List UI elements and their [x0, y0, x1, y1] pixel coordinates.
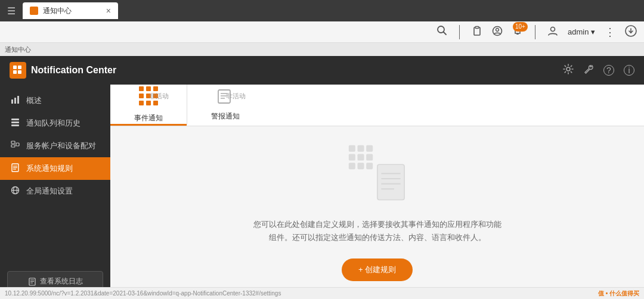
- svg-point-5: [496, 28, 499, 31]
- svg-rect-20: [11, 124, 19, 126]
- svg-line-1: [443, 32, 446, 35]
- app-logo-icon: [10, 62, 26, 79]
- svg-rect-17: [17, 96, 19, 104]
- tab-event-label: 事件通知: [134, 113, 163, 123]
- svg-rect-38: [139, 94, 144, 98]
- app-body: 概述 通知队列和历史 服务帐户和设备配对 系统通知规则: [0, 85, 644, 299]
- svg-rect-6: [516, 33, 519, 35]
- sidebar-item-label-rules: 系统通知规则: [26, 163, 73, 174]
- svg-rect-56: [366, 163, 373, 169]
- svg-rect-41: [139, 101, 144, 105]
- svg-rect-54: [348, 163, 355, 169]
- sidebar-item-label-global: 全局通知设置: [26, 186, 73, 197]
- gear-icon[interactable]: [563, 64, 574, 77]
- download-icon[interactable]: [625, 25, 637, 39]
- admin-label[interactable]: admin ▾: [568, 27, 595, 36]
- main-content: 事件通知 非活动 警报通知 非活动: [110, 85, 644, 299]
- svg-rect-13: [18, 70, 21, 74]
- sidebar-item-rules[interactable]: 系统通知规则: [0, 157, 110, 180]
- question-icon[interactable]: ?: [603, 65, 614, 76]
- breadcrumb-bar: 通知中心: [0, 43, 644, 56]
- view-log-label: 查看系统日志: [40, 276, 83, 286]
- svg-rect-48: [348, 145, 355, 152]
- sidebar-item-global[interactable]: 全局通知设置: [0, 180, 110, 203]
- empty-illustration: [342, 144, 413, 204]
- svg-rect-50: [366, 145, 373, 152]
- queue-icon: [10, 118, 20, 129]
- toolbar-right: 10+ admin ▾ ⋮: [436, 25, 637, 39]
- status-url: 10.12.20.99:5000/nc/?v=1.2.2031&date=202…: [5, 290, 281, 297]
- svg-rect-11: [18, 66, 21, 69]
- tab-event-status: 非活动: [149, 92, 169, 101]
- svg-rect-57: [377, 164, 404, 200]
- svg-rect-10: [13, 66, 17, 69]
- svg-rect-15: [11, 99, 13, 104]
- notification-count: 10+: [513, 22, 528, 32]
- svg-point-14: [566, 67, 570, 71]
- svg-rect-12: [13, 70, 17, 74]
- svg-rect-16: [14, 98, 16, 104]
- sidebar-item-label-services: 服务帐户和设备配对: [26, 141, 96, 151]
- sidebar-item-overview[interactable]: 概述: [0, 89, 110, 112]
- search-icon[interactable]: [436, 25, 447, 39]
- status-bar: 10.12.20.99:5000/nc/?v=1.2.2031&date=202…: [0, 287, 644, 299]
- global-icon: [10, 186, 20, 197]
- svg-rect-43: [153, 101, 158, 105]
- notification-badge[interactable]: 10+: [512, 26, 523, 39]
- app-logo: Notification Center: [10, 62, 116, 79]
- sidebar-item-queue[interactable]: 通知队列和历史: [0, 112, 110, 135]
- svg-rect-52: [357, 154, 364, 160]
- tabs-row: 事件通知 非活动 警报通知 非活动: [110, 85, 644, 126]
- tab-close-button[interactable]: ×: [106, 6, 111, 15]
- app-container: Notification Center ? i 概述: [0, 56, 644, 299]
- illustration-doc-icon: [374, 162, 407, 204]
- svg-rect-22: [11, 145, 15, 147]
- user-avatar-icon[interactable]: [547, 26, 558, 39]
- tab-title: 通知中心: [43, 6, 72, 16]
- breadcrumb: 通知中心: [5, 45, 31, 54]
- content-area: 您可以在此处创建自定义规则，选择要接收其事件通知的应用程序和功能组件。还可以指定…: [110, 126, 644, 299]
- browser-menu-icon[interactable]: ☰: [5, 3, 18, 19]
- face-icon[interactable]: [492, 26, 503, 39]
- tab-alert-status: 非活动: [226, 92, 246, 101]
- svg-rect-42: [146, 101, 151, 105]
- more-icon[interactable]: ⋮: [605, 26, 615, 39]
- tab-alert-label: 警报通知: [211, 111, 240, 122]
- svg-rect-23: [16, 143, 19, 146]
- app-header-right: ? i: [563, 64, 634, 77]
- svg-rect-36: [146, 86, 151, 91]
- empty-description: 您可以在此处创建自定义规则，选择要接收其事件通知的应用程序和功能组件。还可以指定…: [252, 218, 503, 244]
- toolbar-divider2: [535, 25, 535, 39]
- app-title: Notification Center: [31, 65, 116, 76]
- sidebar-item-label-queue: 通知队列和历史: [26, 118, 80, 129]
- create-rule-label: + 创建规则: [358, 264, 396, 275]
- app-header: Notification Center ? i: [0, 56, 644, 85]
- browser-tab[interactable]: 通知中心 ×: [23, 2, 118, 19]
- tab-event-notification[interactable]: 事件通知 非活动: [110, 85, 187, 126]
- tab-alert-notification[interactable]: 警报通知 非活动: [187, 85, 264, 126]
- svg-rect-51: [348, 154, 355, 160]
- services-icon: [10, 141, 20, 151]
- svg-rect-53: [366, 154, 373, 160]
- svg-rect-55: [357, 163, 364, 169]
- sidebar-item-label-overview: 概述: [26, 95, 42, 106]
- overview-icon: [10, 95, 20, 106]
- wrench-icon[interactable]: [583, 64, 594, 77]
- rules-icon: [10, 163, 20, 174]
- browser-chrome: ☰ 通知中心 ×: [0, 0, 644, 21]
- svg-rect-3: [475, 26, 479, 28]
- sidebar-item-services[interactable]: 服务帐户和设备配对: [0, 135, 110, 157]
- clipboard-icon[interactable]: [472, 26, 482, 39]
- toolbar-divider: [459, 25, 460, 39]
- svg-rect-19: [11, 122, 19, 123]
- info-icon[interactable]: i: [624, 65, 634, 76]
- browser-toolbar: 10+ admin ▾ ⋮: [0, 21, 644, 43]
- tab-favicon: [30, 7, 38, 15]
- svg-rect-21: [11, 141, 15, 144]
- svg-rect-37: [153, 86, 158, 91]
- svg-point-7: [550, 27, 555, 31]
- svg-rect-49: [357, 145, 364, 152]
- sidebar: 概述 通知队列和历史 服务帐户和设备配对 系统通知规则: [0, 85, 110, 299]
- svg-rect-35: [139, 86, 144, 91]
- create-rule-button[interactable]: + 创建规则: [342, 258, 413, 281]
